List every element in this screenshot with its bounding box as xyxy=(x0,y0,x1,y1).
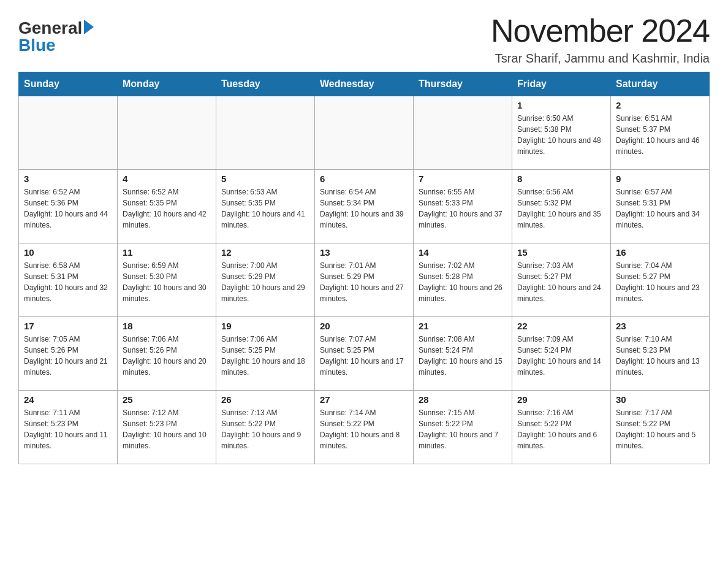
day-info: Sunrise: 6:57 AM Sunset: 5:31 PM Dayligh… xyxy=(616,186,704,231)
logo-arrow-icon xyxy=(84,20,94,34)
day-number: 26 xyxy=(221,394,309,405)
day-info: Sunrise: 7:16 AM Sunset: 5:22 PM Dayligh… xyxy=(517,407,605,451)
day-info: Sunrise: 7:08 AM Sunset: 5:24 PM Dayligh… xyxy=(419,334,507,378)
table-row: 27Sunrise: 7:14 AM Sunset: 5:22 PM Dayli… xyxy=(315,391,414,464)
month-title: November 2024 xyxy=(491,12,710,49)
day-number: 1 xyxy=(517,100,605,110)
table-row: 13Sunrise: 7:01 AM Sunset: 5:29 PM Dayli… xyxy=(315,243,414,317)
table-row: 18Sunrise: 7:06 AM Sunset: 5:26 PM Dayli… xyxy=(118,317,216,391)
table-row: 19Sunrise: 7:06 AM Sunset: 5:25 PM Dayli… xyxy=(216,317,315,391)
table-row xyxy=(19,96,118,170)
day-info: Sunrise: 6:56 AM Sunset: 5:32 PM Dayligh… xyxy=(517,186,605,231)
table-row: 3Sunrise: 6:52 AM Sunset: 5:36 PM Daylig… xyxy=(19,170,118,243)
day-number: 2 xyxy=(616,100,704,110)
table-row: 21Sunrise: 7:08 AM Sunset: 5:24 PM Dayli… xyxy=(414,317,512,391)
day-number: 18 xyxy=(123,321,211,331)
day-number: 29 xyxy=(517,394,605,405)
table-row: 12Sunrise: 7:00 AM Sunset: 5:29 PM Dayli… xyxy=(216,243,315,317)
day-info: Sunrise: 7:00 AM Sunset: 5:29 PM Dayligh… xyxy=(221,260,309,304)
day-info: Sunrise: 7:17 AM Sunset: 5:22 PM Dayligh… xyxy=(616,407,704,451)
day-number: 6 xyxy=(320,174,408,184)
calendar-week-row: 17Sunrise: 7:05 AM Sunset: 5:26 PM Dayli… xyxy=(19,317,710,391)
table-row: 26Sunrise: 7:13 AM Sunset: 5:22 PM Dayli… xyxy=(216,391,315,464)
day-number: 5 xyxy=(221,174,309,184)
day-info: Sunrise: 7:10 AM Sunset: 5:23 PM Dayligh… xyxy=(616,334,704,378)
day-info: Sunrise: 7:06 AM Sunset: 5:25 PM Dayligh… xyxy=(221,334,309,378)
table-row: 17Sunrise: 7:05 AM Sunset: 5:26 PM Dayli… xyxy=(19,317,118,391)
day-number: 28 xyxy=(419,394,507,405)
day-number: 10 xyxy=(24,247,112,258)
calendar-week-row: 24Sunrise: 7:11 AM Sunset: 5:23 PM Dayli… xyxy=(19,391,710,464)
table-row: 24Sunrise: 7:11 AM Sunset: 5:23 PM Dayli… xyxy=(19,391,118,464)
day-info: Sunrise: 7:02 AM Sunset: 5:28 PM Dayligh… xyxy=(419,260,507,304)
day-info: Sunrise: 7:15 AM Sunset: 5:22 PM Dayligh… xyxy=(419,407,507,451)
col-friday: Friday xyxy=(512,72,611,96)
day-number: 14 xyxy=(419,247,507,258)
day-number: 21 xyxy=(419,321,507,331)
calendar-table: Sunday Monday Tuesday Wednesday Thursday… xyxy=(18,72,710,464)
table-row: 8Sunrise: 6:56 AM Sunset: 5:32 PM Daylig… xyxy=(512,170,611,243)
table-row: 2Sunrise: 6:51 AM Sunset: 5:37 PM Daylig… xyxy=(611,96,710,170)
table-row: 30Sunrise: 7:17 AM Sunset: 5:22 PM Dayli… xyxy=(611,391,710,464)
table-row: 29Sunrise: 7:16 AM Sunset: 5:22 PM Dayli… xyxy=(512,391,611,464)
day-number: 17 xyxy=(24,321,112,331)
table-row: 10Sunrise: 6:58 AM Sunset: 5:31 PM Dayli… xyxy=(19,243,118,317)
day-number: 30 xyxy=(616,394,704,405)
day-info: Sunrise: 6:59 AM Sunset: 5:30 PM Dayligh… xyxy=(123,260,211,304)
table-row: 20Sunrise: 7:07 AM Sunset: 5:25 PM Dayli… xyxy=(315,317,414,391)
table-row: 16Sunrise: 7:04 AM Sunset: 5:27 PM Dayli… xyxy=(611,243,710,317)
col-monday: Monday xyxy=(118,72,216,96)
logo-blue-text: Blue xyxy=(18,36,56,55)
day-info: Sunrise: 7:12 AM Sunset: 5:23 PM Dayligh… xyxy=(123,407,211,451)
day-number: 16 xyxy=(616,247,704,258)
title-area: November 2024 Tsrar Sharif, Jammu and Ka… xyxy=(491,12,710,66)
day-number: 12 xyxy=(221,247,309,258)
day-info: Sunrise: 7:09 AM Sunset: 5:24 PM Dayligh… xyxy=(517,334,605,378)
day-info: Sunrise: 6:54 AM Sunset: 5:34 PM Dayligh… xyxy=(320,186,408,231)
table-row: 28Sunrise: 7:15 AM Sunset: 5:22 PM Dayli… xyxy=(414,391,512,464)
table-row xyxy=(414,96,512,170)
day-info: Sunrise: 7:06 AM Sunset: 5:26 PM Dayligh… xyxy=(123,334,211,378)
day-number: 15 xyxy=(517,247,605,258)
day-info: Sunrise: 7:04 AM Sunset: 5:27 PM Dayligh… xyxy=(616,260,704,304)
table-row: 5Sunrise: 6:53 AM Sunset: 5:35 PM Daylig… xyxy=(216,170,315,243)
table-row: 15Sunrise: 7:03 AM Sunset: 5:27 PM Dayli… xyxy=(512,243,611,317)
day-info: Sunrise: 7:13 AM Sunset: 5:22 PM Dayligh… xyxy=(221,407,309,451)
day-number: 22 xyxy=(517,321,605,331)
day-info: Sunrise: 6:58 AM Sunset: 5:31 PM Dayligh… xyxy=(24,260,112,304)
day-number: 13 xyxy=(320,247,408,258)
table-row: 4Sunrise: 6:52 AM Sunset: 5:35 PM Daylig… xyxy=(118,170,216,243)
day-number: 7 xyxy=(419,174,507,184)
table-row: 25Sunrise: 7:12 AM Sunset: 5:23 PM Dayli… xyxy=(118,391,216,464)
logo: General Blue xyxy=(18,18,94,55)
day-number: 19 xyxy=(221,321,309,331)
table-row: 23Sunrise: 7:10 AM Sunset: 5:23 PM Dayli… xyxy=(611,317,710,391)
day-number: 23 xyxy=(616,321,704,331)
calendar-week-row: 10Sunrise: 6:58 AM Sunset: 5:31 PM Dayli… xyxy=(19,243,710,317)
day-info: Sunrise: 6:51 AM Sunset: 5:37 PM Dayligh… xyxy=(616,113,704,157)
table-row: 9Sunrise: 6:57 AM Sunset: 5:31 PM Daylig… xyxy=(611,170,710,243)
day-number: 24 xyxy=(24,394,112,405)
day-info: Sunrise: 6:52 AM Sunset: 5:35 PM Dayligh… xyxy=(123,186,211,231)
day-info: Sunrise: 7:05 AM Sunset: 5:26 PM Dayligh… xyxy=(24,334,112,378)
table-row: 1Sunrise: 6:50 AM Sunset: 5:38 PM Daylig… xyxy=(512,96,611,170)
day-info: Sunrise: 6:50 AM Sunset: 5:38 PM Dayligh… xyxy=(517,113,605,157)
table-row: 11Sunrise: 6:59 AM Sunset: 5:30 PM Dayli… xyxy=(118,243,216,317)
col-tuesday: Tuesday xyxy=(216,72,315,96)
day-info: Sunrise: 6:55 AM Sunset: 5:33 PM Dayligh… xyxy=(419,186,507,231)
col-wednesday: Wednesday xyxy=(315,72,414,96)
location-text: Tsrar Sharif, Jammu and Kashmir, India xyxy=(491,52,710,66)
table-row xyxy=(118,96,216,170)
day-number: 8 xyxy=(517,174,605,184)
day-info: Sunrise: 7:14 AM Sunset: 5:22 PM Dayligh… xyxy=(320,407,408,451)
day-number: 9 xyxy=(616,174,704,184)
table-row: 7Sunrise: 6:55 AM Sunset: 5:33 PM Daylig… xyxy=(414,170,512,243)
day-number: 4 xyxy=(123,174,211,184)
day-info: Sunrise: 7:01 AM Sunset: 5:29 PM Dayligh… xyxy=(320,260,408,304)
day-number: 3 xyxy=(24,174,112,184)
table-row: 14Sunrise: 7:02 AM Sunset: 5:28 PM Dayli… xyxy=(414,243,512,317)
day-info: Sunrise: 7:03 AM Sunset: 5:27 PM Dayligh… xyxy=(517,260,605,304)
day-number: 25 xyxy=(123,394,211,405)
calendar-header-row: Sunday Monday Tuesday Wednesday Thursday… xyxy=(19,72,710,96)
col-sunday: Sunday xyxy=(19,72,118,96)
